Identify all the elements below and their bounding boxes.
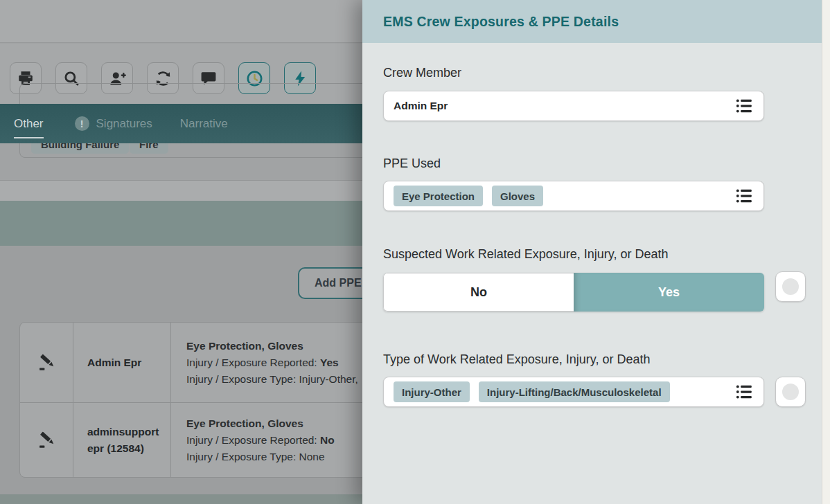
- list-picker-icon[interactable]: [734, 383, 754, 401]
- tab-narrative[interactable]: Narrative: [180, 117, 228, 131]
- edit-row-button[interactable]: [20, 403, 73, 477]
- toggle-option-no[interactable]: No: [383, 273, 574, 312]
- exposure-type-chip[interactable]: Injury-Other: [394, 381, 470, 402]
- crew-name-cell: Admin Epr: [73, 323, 171, 402]
- edit-pencil-icon: [35, 350, 58, 375]
- panel-title: EMS Crew Exposures & PPE Details: [383, 14, 619, 30]
- exposure-type-chip[interactable]: Injury-Lifting/Back/Musculoskeletal: [479, 381, 670, 402]
- exposure-type-label: Type of Work Related Exposure, Injury, o…: [383, 352, 651, 367]
- ppe-used-label: PPE Used: [383, 156, 441, 171]
- tab-narrative-label: Narrative: [180, 117, 228, 131]
- suspected-exposure-toggle: No Yes: [383, 273, 764, 312]
- status-dot-icon: [782, 384, 799, 400]
- ems-crew-exposures-panel: EMS Crew Exposures & PPE Details Crew Me…: [362, 0, 830, 504]
- exposure-type-field[interactable]: Injury-Other Injury-Lifting/Back/Musculo…: [383, 377, 764, 407]
- panel-scrollbar-track[interactable]: [822, 0, 830, 504]
- ppe-chip[interactable]: Eye Protection: [394, 186, 483, 206]
- panel-header: EMS Crew Exposures & PPE Details: [362, 0, 822, 43]
- crew-member-value: Admin Epr: [394, 100, 448, 112]
- tab-signatures[interactable]: ! Signatures: [75, 116, 152, 131]
- crew-member-field[interactable]: Admin Epr: [383, 91, 764, 121]
- toggle-option-yes[interactable]: Yes: [574, 273, 764, 312]
- crew-name-cell: adminsupport epr (12584): [73, 403, 171, 477]
- exposure-type-status-button[interactable]: [775, 377, 806, 407]
- edit-pencil-icon: [35, 428, 58, 453]
- crew-member-label: Crew Member: [383, 66, 461, 80]
- tab-other-label: Other: [14, 117, 44, 138]
- edit-row-button[interactable]: [20, 323, 73, 402]
- ppe-used-field[interactable]: Eye Protection Gloves: [383, 181, 764, 211]
- ppe-chip[interactable]: Gloves: [492, 186, 543, 206]
- tab-other[interactable]: Other: [14, 117, 44, 131]
- suspected-status-button[interactable]: [775, 271, 806, 302]
- status-dot-icon: [782, 278, 799, 295]
- tab-signatures-label: Signatures: [96, 117, 152, 131]
- list-picker-icon[interactable]: [734, 187, 754, 205]
- signatures-warning-badge: !: [75, 116, 89, 131]
- ems-report-screen: Building Failure Fire Other ! Signatures…: [0, 0, 830, 504]
- list-picker-icon[interactable]: [734, 97, 754, 115]
- suspected-exposure-label: Suspected Work Related Exposure, Injury,…: [383, 247, 669, 262]
